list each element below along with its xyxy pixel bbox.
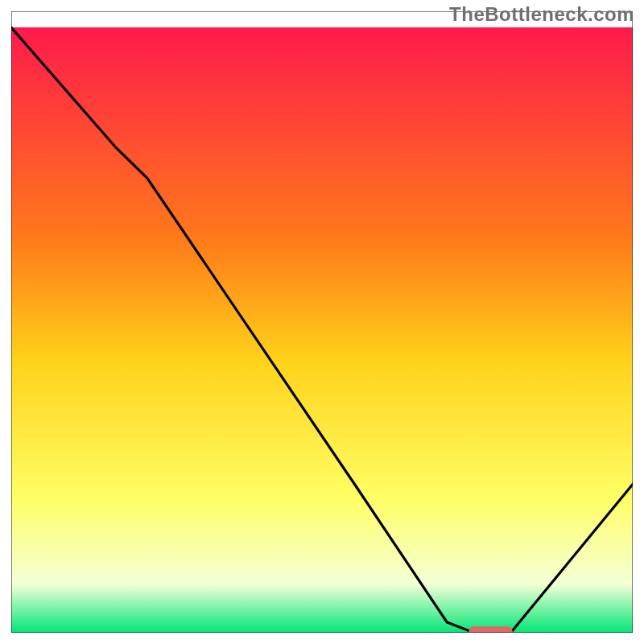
optimal-marker — [469, 626, 512, 638]
chart-container: TheBottleneck.com — [0, 0, 644, 644]
plot-area — [10, 10, 634, 638]
gradient-background — [11, 27, 633, 633]
bottleneck-chart — [0, 0, 644, 644]
watermark-text: TheBottleneck.com — [449, 3, 634, 26]
